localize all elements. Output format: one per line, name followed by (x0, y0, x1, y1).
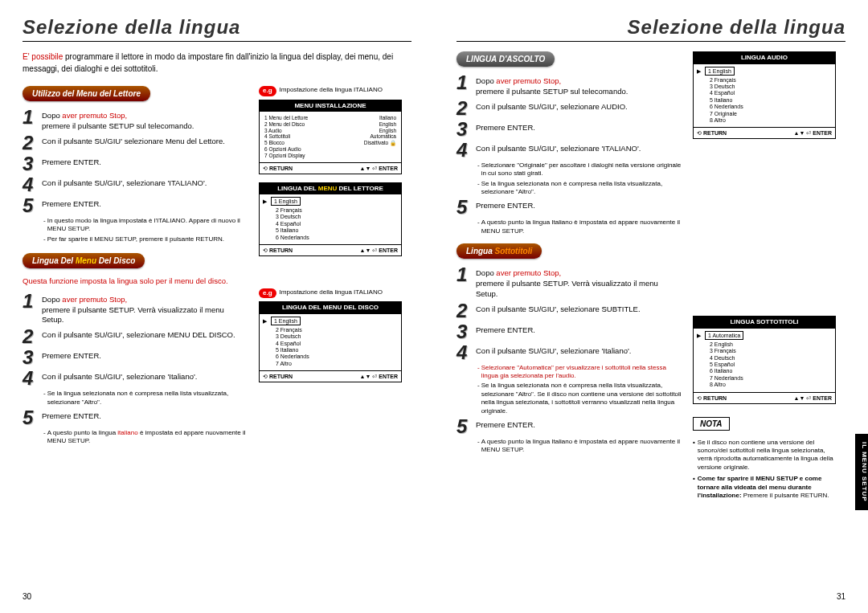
note: Selezionare "Automatica" per visualizzar… (477, 364, 682, 381)
step-text: Premere ENTER. (476, 120, 535, 139)
section-desc: Questa funzione imposta la lingua solo p… (23, 276, 248, 287)
enter-icon: ▲▼ ⏎ENTER (359, 165, 398, 172)
step-text: Premere ENTER. (476, 417, 535, 436)
note: Se la lingua selezionata non è compresa … (477, 382, 682, 415)
page-right: Selezione della lingua LINGUA D'ASCOLTO … (434, 0, 868, 613)
step-text: Premere ENTER. (476, 198, 535, 217)
step-text: Premere ENTER. (42, 348, 101, 367)
nota-bullet: Come far sparire il MENU SETUP e come to… (693, 475, 837, 500)
page-title-left: Selezione della lingua (23, 14, 411, 39)
step-text: Dopo aver premuto Stop, premere il pulsa… (476, 73, 628, 97)
note: Per far sparire il MENU SETUP, premere i… (43, 235, 248, 243)
page-number-right: 31 (837, 591, 845, 602)
screen-menu-install: MENU INSTALLAZIONE 1 Menu del LettoreIta… (259, 100, 402, 174)
screen-audio-lang: LINGUA AUDIO ▶1 English 2 Français3 Deut… (693, 51, 836, 139)
step-text: Dopo aver premuto Stop, premere il pulsa… (476, 265, 682, 299)
step-text: Dopo aver premuto Stop, premere il pulsa… (42, 292, 248, 325)
step-number: 1 (23, 108, 42, 132)
note: A questo punto la lingua Italiano è impo… (477, 219, 682, 235)
section-pill-subtitle-lang: Lingua Sottotitoli (457, 243, 542, 259)
note: A questo punto la lingua Italiano è impo… (477, 438, 682, 455)
page-left: Selezione della lingua E' possibile prog… (0, 0, 434, 613)
step-text: Premere ENTER. (42, 196, 101, 215)
note: Se la lingua selezionata non è compresa … (477, 180, 682, 197)
nota-heading: NOTA (693, 417, 730, 431)
step-text: Con il pulsante SU/GIU', selezionare 'IT… (476, 141, 641, 160)
page-title-right: Selezione della lingua (457, 14, 845, 39)
step-text: Premere ENTER. (42, 154, 101, 174)
step-text: Con il pulsante SU/GIU', selezionare MEN… (42, 327, 235, 346)
step-text: Premere ENTER. (42, 408, 101, 427)
return-icon: ⟲ RETURN (263, 165, 293, 172)
screen-player-menu-lang: LINGUA DEL MENU DEL LETTORE ▶1 English 2… (259, 182, 402, 256)
step-text: Con il pulsante SU/GIU', selezionare AUD… (476, 99, 628, 118)
screen-disc-menu-lang: LINGUA DEL MENU DEL DISCO ▶1 English 2 F… (259, 301, 402, 382)
example-label: e.gImpostazione della lingua ITALIANO (259, 288, 403, 298)
note: Se la lingua selezionata non è compresa … (43, 390, 248, 407)
page-number-left: 30 (23, 591, 31, 602)
divider (23, 41, 411, 42)
step-text: Con il pulsante SU/GIU', selezionare 'It… (42, 369, 197, 388)
side-tab: IL MENU SETUP (855, 434, 868, 510)
screen-subtitle-lang: LINGUA SOTTOTITOLI ▶1 Automatica 2 Engli… (693, 316, 836, 403)
step-text: Con il pulsante SU/GIU', selezionare 'It… (476, 343, 631, 362)
section-pill-disc-menu: Lingua Del Menu Del Disco (23, 253, 145, 268)
step-text: Con il pulsante SU/GIU', selezionare SUB… (476, 301, 641, 321)
section-pill-player-menu: Utilizzo del Menu del Lettore (23, 86, 150, 101)
intro-text: E' possibile programmare il lettore in m… (23, 51, 411, 75)
nota-bullet: Se il disco non contiene una versione de… (693, 439, 837, 472)
step-text: Con il pulsante SU/GIU' selezionare Menu… (42, 133, 225, 153)
note: Selezionare "Originale" per ascoltare i … (477, 161, 682, 178)
section-pill-audio-lang: LINGUA D'ASCOLTO (457, 51, 555, 67)
example-label: e.gImpostazione della lingua ITALIANO (259, 86, 403, 96)
note: In questo modo la lingua impostata è l'I… (43, 217, 248, 234)
note: A questo punto la lingua italiano è impo… (43, 429, 248, 446)
step-text: Con il pulsante SU/GIU', selezionare 'IT… (42, 175, 207, 194)
step-text: Dopo aver premuto Stop, premere il pulsa… (42, 108, 194, 132)
step-text: Premere ENTER. (476, 322, 535, 341)
